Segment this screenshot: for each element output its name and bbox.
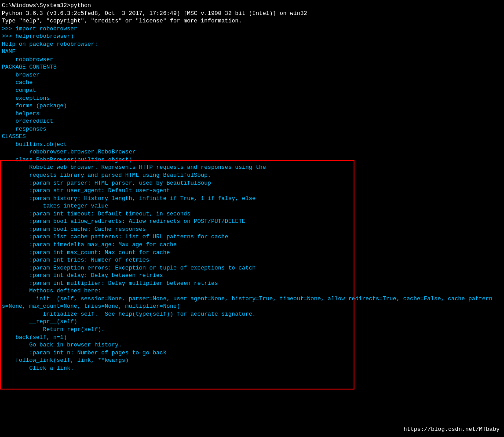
terminal-line: takes integer value [0,202,504,210]
terminal-line: :param int multiplier: Delay multiplier … [0,280,504,288]
terminal-line: :param int tries: Number of retries [0,256,504,264]
terminal-line: follow_link(self, link, **kwargs) [0,357,504,364]
terminal-line: requests library and parsed HTML using B… [0,171,504,179]
terminal-line: :param int max_count: Max count for cach… [0,249,504,257]
terminal-line: :param timedelta max_age: Max age for ca… [0,241,504,249]
terminal-line: back(self, n=1) [0,334,504,342]
terminal-line: CLASSES [0,133,504,141]
terminal-line: :param int timeout: Default timeout, in … [0,210,504,218]
terminal-window: C:\Windows\System32>pythonPython 3.6.3 (… [0,0,504,437]
terminal-line: :param str parser: HTML parser, used by … [0,179,504,187]
terminal-line: class RoboBrowser(builtins.object) [0,156,504,164]
terminal-line: Methods defined here: [0,287,504,295]
terminal-line: :param bool allow_redirects: Allow redir… [0,218,504,226]
watermark: https://blog.csdn.net/MTbaby [404,426,500,433]
terminal-line: >>> import robobrowser [0,25,504,33]
terminal-line: :param str user_agent: Default user-agen… [0,187,504,195]
terminal-line: __repr__(self) [0,318,504,326]
terminal-line: responses [0,125,504,133]
terminal-line: forms (package) [0,102,504,110]
terminal-line: robobrowser [0,56,504,64]
terminal-line: :param bool cache: Cache responses [0,226,504,233]
terminal-output: C:\Windows\System32>pythonPython 3.6.3 (… [0,2,504,372]
terminal-line: cache [0,79,504,87]
terminal-line: Click a link. [0,364,504,372]
terminal-line: :param list cache_patterns: List of URL … [0,233,504,241]
terminal-line: compat [0,87,504,95]
terminal-line: Initialize self. See help(type(self)) fo… [0,310,504,318]
terminal-line: exceptions [0,95,504,102]
terminal-line: :param int n: Number of pages to go back [0,349,504,357]
terminal-line: NAME [0,48,504,56]
terminal-line: Return repr(self). [0,326,504,334]
terminal-line: :param int delay: Delay between retries [0,272,504,280]
terminal-line: Robotic web browser. Represents HTTP req… [0,164,504,171]
terminal-line: PACKAGE CONTENTS [0,63,504,71]
terminal-line: >>> help(robobrowser) [0,33,504,40]
terminal-line: C:\Windows\System32>python [0,2,504,10]
terminal-line: __init__(self, session=None, parser=None… [0,295,504,303]
terminal-line: browser [0,71,504,79]
terminal-line: :param history: History length, infinite… [0,195,504,203]
terminal-line: Go back in browser history. [0,341,504,349]
terminal-line: builtins.object [0,141,504,149]
terminal-line: Python 3.6.3 (v3.6.3:2c5fed8, Oct 3 2017… [0,10,504,18]
terminal-line: helpers [0,110,504,118]
terminal-line: Help on package robobrowser: [0,40,504,48]
terminal-line: :param Exception errors: Exception or tu… [0,264,504,272]
terminal-line: Type "help", "copyright", "credits" or "… [0,17,504,25]
terminal-line: ordereddict [0,117,504,125]
terminal-line: robobrowser.browser.RoboBrowser [0,148,504,156]
terminal-line: s=None, max_count=None, tries=None, mult… [0,302,504,310]
